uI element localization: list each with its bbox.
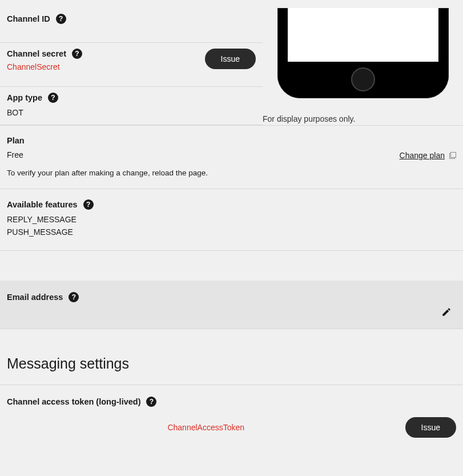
messaging-settings-heading: Messaging settings (0, 335, 463, 385)
email-section: Email address ? (0, 281, 463, 329)
phone-screen (288, 8, 438, 62)
email-label: Email address (7, 293, 63, 302)
phone-preview-column: For display purposes only. (263, 8, 463, 123)
help-icon[interactable]: ? (48, 93, 58, 103)
features-label: Available features (7, 200, 78, 209)
spacer (0, 251, 463, 281)
phone-mockup (277, 8, 449, 98)
features-section: Available features ? REPLY_MESSAGE PUSH_… (0, 189, 463, 251)
phone-caption: For display purposes only. (263, 114, 355, 123)
change-plan-link[interactable]: Change plan (400, 151, 456, 160)
help-icon[interactable]: ? (56, 14, 66, 24)
help-icon[interactable]: ? (83, 199, 94, 210)
phone-home-button (351, 67, 375, 91)
issue-token-button[interactable]: Issue (405, 417, 456, 438)
app-type-section: App type ? BOT (0, 87, 263, 125)
plan-value: Free (7, 149, 23, 161)
issue-secret-button[interactable]: Issue (205, 49, 256, 69)
channel-secret-value: ChannelSecret (7, 62, 82, 71)
channel-id-label: Channel ID (7, 14, 50, 23)
plan-note: To verify your plan after making a chang… (7, 169, 456, 177)
channel-secret-section: Channel secret ? ChannelSecret Issue (0, 43, 263, 87)
channel-secret-label: Channel secret (7, 49, 66, 58)
top-region: Channel ID ? Channel secret ? ChannelSec… (0, 0, 463, 125)
left-column: Channel ID ? Channel secret ? ChannelSec… (0, 8, 263, 125)
help-icon[interactable]: ? (69, 292, 79, 302)
access-token-label: Channel access token (long-lived) (7, 397, 140, 406)
access-token-value: ChannelAccessToken (7, 423, 405, 432)
access-token-section: Channel access token (long-lived) ? Chan… (0, 385, 463, 442)
channel-id-section: Channel ID ? (0, 8, 263, 43)
spacer (0, 329, 463, 335)
external-link-icon (449, 152, 456, 159)
app-type-value: BOT (7, 106, 256, 119)
plan-section: Plan Free Change plan To verify your pla… (0, 125, 463, 189)
plan-label: Plan (7, 136, 25, 145)
change-plan-text: Change plan (400, 151, 445, 160)
feature-item: PUSH_MESSAGE (7, 226, 456, 238)
app-type-label: App type (7, 93, 42, 102)
feature-item: REPLY_MESSAGE (7, 213, 456, 226)
help-icon[interactable]: ? (72, 49, 82, 59)
edit-icon[interactable] (441, 307, 452, 317)
help-icon[interactable]: ? (146, 397, 156, 407)
